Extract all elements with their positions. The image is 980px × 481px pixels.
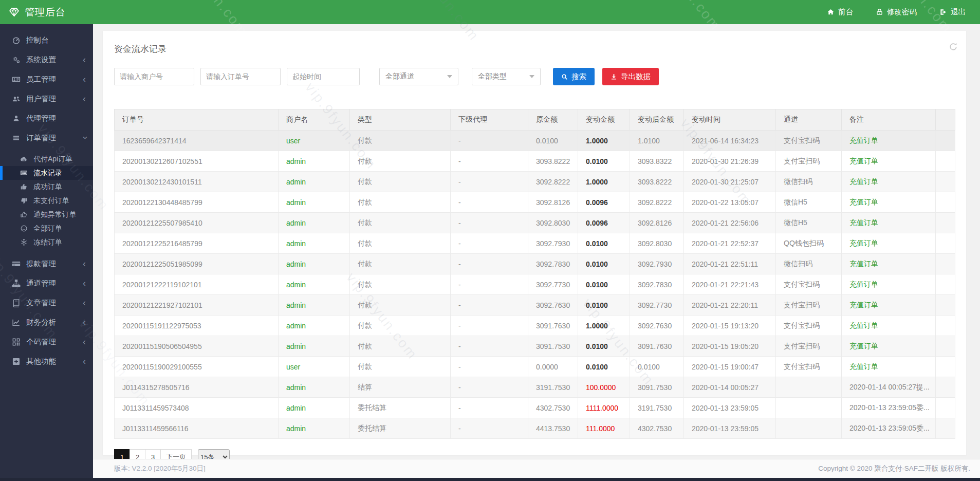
sidebar-item[interactable]: 通道管理 ‹: [0, 273, 93, 293]
table-row[interactable]: 20200121225216485799 admin 付款 - 3092.793…: [115, 233, 955, 254]
cell-change-time: 2020-01-22 13:05:07: [684, 192, 776, 213]
table-row[interactable]: 20200121225051985099 admin 付款 - 3092.783…: [115, 254, 955, 274]
table-row[interactable]: 20200130212430101511 admin 付款 - 3092.822…: [115, 172, 955, 192]
app-brand[interactable]: 管理后台: [0, 6, 66, 19]
cell-remark[interactable]: 充值订单: [842, 233, 936, 254]
sidebar-item[interactable]: 员工管理 ‹: [0, 69, 93, 89]
cell-change-time: 2020-01-13 23:59:05: [684, 398, 776, 418]
table-row[interactable]: J0114315278505716 admin 结算 - 3191.7530 1…: [115, 377, 955, 398]
type-select[interactable]: 全部类型: [472, 68, 541, 85]
cell-remark[interactable]: 充值订单: [842, 192, 936, 213]
sidebar-item-label: 控制台: [26, 35, 49, 45]
list-icon: [12, 134, 21, 142]
cell-sub-agent: -: [451, 131, 528, 151]
column-header: 原金额: [528, 109, 578, 131]
cell-remark[interactable]: 充值订单: [842, 295, 936, 316]
cell-remark[interactable]: 2020-01-13 23:59:05委...: [842, 398, 936, 418]
cell-remark[interactable]: 充值订单: [842, 213, 936, 233]
order-input[interactable]: [200, 68, 281, 85]
cell-type: 付款: [350, 274, 451, 295]
export-button[interactable]: 导出数据: [602, 68, 659, 85]
column-header: 变动金额: [578, 109, 630, 131]
sidebar-item-label: 通道管理: [26, 279, 56, 288]
cell-remark[interactable]: 充值订单: [842, 274, 936, 295]
table-row[interactable]: J0113311459566116 admin 委托结算 - 4413.7530…: [115, 418, 955, 439]
sidebar-item[interactable]: 代理管理 ‹: [0, 108, 93, 128]
sidebar-item-label: 提款管理: [26, 259, 56, 269]
cell-remark[interactable]: 充值订单: [842, 336, 936, 357]
cell-orig-amount: 3091.7530: [528, 336, 578, 357]
cell-orig-amount: 3191.7530: [528, 377, 578, 398]
records-table: 订单号 商户名 类型 下级代理 原金额 变动金额 变动后金额: [114, 109, 955, 439]
cell-merchant-name: admin: [279, 151, 350, 172]
refresh-icon[interactable]: [949, 42, 958, 51]
sidebar-item[interactable]: 文章管理 ‹: [0, 293, 93, 312]
cell-order-no: J0114315278505716: [115, 377, 279, 398]
top-nav-item[interactable]: 修改密码: [876, 7, 917, 17]
table-row[interactable]: 20200122130448485799 admin 付款 - 3092.812…: [115, 192, 955, 213]
table-row[interactable]: 20200115190506504955 admin 付款 - 3091.753…: [115, 336, 955, 357]
search-button[interactable]: 搜索: [553, 68, 595, 85]
channel-select-value: 全部通道: [385, 72, 414, 81]
table-row[interactable]: 20200121222119102101 admin 付款 - 3092.773…: [115, 274, 955, 295]
cell-orig-amount: 3092.8126: [528, 192, 578, 213]
sidebar-item[interactable]: 冻结订单 ‹: [0, 235, 93, 249]
cell-order-no: 20200121222119102101: [115, 274, 279, 295]
column-header: 备注: [842, 109, 936, 131]
sidebar-item[interactable]: 通知异常订单 ‹: [0, 208, 93, 221]
cell-merchant-name: admin: [279, 398, 350, 418]
table-row[interactable]: 20200115191122975053 admin 付款 - 3091.763…: [115, 316, 955, 336]
sidebar-item[interactable]: 提款管理 ‹: [0, 254, 93, 273]
column-header: 订单号: [115, 109, 279, 131]
cell-remark[interactable]: 2020-01-13 23:59:05委...: [842, 418, 936, 439]
sidebar-item[interactable]: 流水记录 ‹: [0, 166, 93, 180]
table-row[interactable]: 20200115190029100555 user 付款 - 0.0000 0.…: [115, 357, 955, 377]
sidebar-item[interactable]: 控制台 ‹: [0, 30, 93, 50]
cell-remark[interactable]: 充值订单: [842, 131, 936, 151]
cell-change-time: 2020-01-13 23:59:05: [684, 418, 776, 439]
cell-extra: [936, 295, 955, 316]
chevron-icon: ‹: [83, 337, 86, 346]
sidebar-item[interactable]: 成功订单 ‹: [0, 180, 93, 194]
top-nav-item[interactable]: 退出: [939, 7, 966, 17]
sidebar-item[interactable]: 系统设置 ‹: [0, 50, 93, 69]
export-icon: [611, 73, 617, 80]
sidebar-item[interactable]: 其他功能 ‹: [0, 351, 93, 371]
table-row[interactable]: J0113311459573408 admin 委托结算 - 4302.7530…: [115, 398, 955, 418]
merchant-input[interactable]: [114, 68, 194, 85]
chevron-icon: ‹: [83, 298, 86, 307]
cell-remark[interactable]: 充值订单: [842, 172, 936, 192]
cell-remark[interactable]: 2020-01-14 00:05:27提...: [842, 377, 936, 398]
column-header: [936, 109, 955, 131]
cell-type: 付款: [350, 213, 451, 233]
table-row[interactable]: 1623659642371414 user 付款 - 0.0100 1.0000…: [115, 131, 955, 151]
cell-change-amount: 1.0000: [578, 131, 630, 151]
table-row[interactable]: 20200130212607102551 admin 付款 - 3093.822…: [115, 151, 955, 172]
table-row[interactable]: 20200121221927102101 admin 付款 - 3092.763…: [115, 295, 955, 316]
start-time-input[interactable]: [287, 68, 360, 85]
sidebar-item[interactable]: 个码管理 ‹: [0, 332, 93, 351]
cell-extra: [936, 316, 955, 336]
cell-remark[interactable]: 充值订单: [842, 254, 936, 274]
sidebar-item[interactable]: 用户管理 ‹: [0, 89, 93, 108]
column-header: 下级代理: [451, 109, 528, 131]
cell-extra: [936, 274, 955, 295]
qrcode-icon: [12, 338, 21, 346]
cell-channel: 支付宝扫码: [776, 274, 842, 295]
sidebar-item[interactable]: 未支付订单 ‹: [0, 194, 93, 208]
table-row[interactable]: 20200121225507985410 admin 付款 - 3092.803…: [115, 213, 955, 233]
cell-remark[interactable]: 充值订单: [842, 316, 936, 336]
sidebar-item[interactable]: 全部订单 ‹: [0, 221, 93, 235]
channel-select[interactable]: 全部通道: [379, 68, 458, 85]
filter-bar: 全部通道 全部类型 搜索 导出数据: [114, 68, 955, 85]
cell-remark[interactable]: 充值订单: [842, 357, 936, 377]
sidebar-item[interactable]: 订单管理 ‹: [0, 128, 93, 147]
cell-remark[interactable]: 充值订单: [842, 151, 936, 172]
cell-after-amount: 3092.8030: [630, 233, 684, 254]
cell-type: 付款: [350, 131, 451, 151]
sidebar-item[interactable]: 代付Api订单 ‹: [0, 152, 93, 166]
cell-orig-amount: 3092.7930: [528, 233, 578, 254]
cell-order-no: J0113311459573408: [115, 398, 279, 418]
top-nav-item[interactable]: 前台: [827, 7, 853, 17]
sidebar-item[interactable]: 财务分析 ‹: [0, 312, 93, 332]
